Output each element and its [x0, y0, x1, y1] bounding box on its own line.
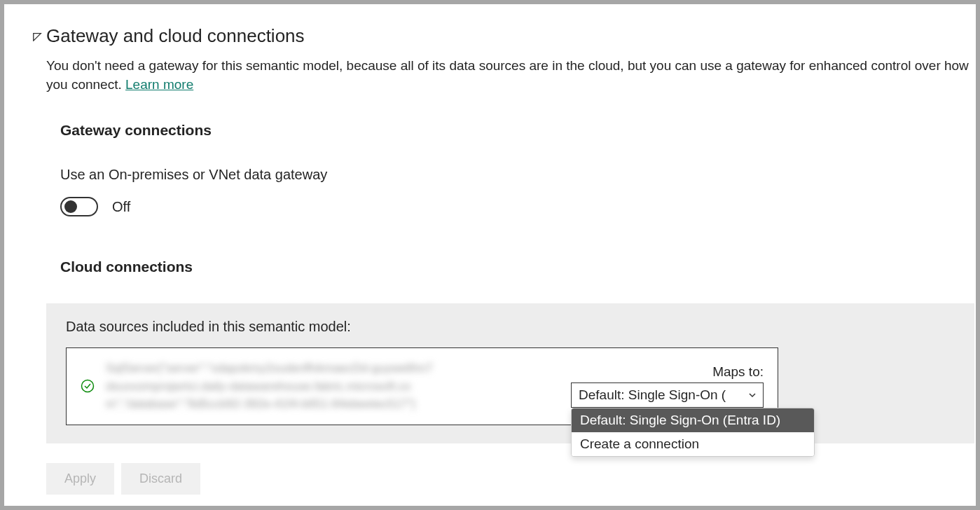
cloud-connections-title: Cloud connections: [60, 259, 974, 275]
apply-button[interactable]: Apply: [46, 463, 114, 495]
toggle-knob: [64, 200, 77, 213]
gateway-toggle-row: Off: [60, 197, 974, 216]
dropdown-selected-value: Default: Single Sign-On (: [579, 387, 726, 402]
cloud-panel-title: Data sources included in this semantic m…: [66, 319, 956, 335]
learn-more-link[interactable]: Learn more: [125, 77, 193, 92]
maps-to-dropdown-menu: Default: Single Sign-On (Entra ID) Creat…: [571, 408, 815, 457]
gateway-subsection: Gateway connections Use an On-premises o…: [60, 122, 974, 275]
check-circle-icon: [81, 379, 95, 393]
section-description: You don't need a gateway for this semant…: [46, 57, 974, 94]
gateway-toggle-state: Off: [112, 199, 130, 215]
collapse-triangle-icon[interactable]: [32, 32, 42, 41]
data-source-row: SqlServer{"server":"xdapokmy2oudenffvkma…: [66, 347, 778, 425]
gateway-connections-title: Gateway connections: [60, 122, 974, 139]
section-header: Gateway and cloud connections: [32, 25, 974, 47]
maps-to-label: Maps to:: [712, 364, 764, 380]
action-button-row: Apply Discard: [46, 463, 974, 495]
maps-to-dropdown-wrapper: Default: Single Sign-On ( Default: Singl…: [571, 382, 764, 408]
chevron-down-icon: [747, 390, 757, 400]
gateway-toggle-label: Use an On-premises or VNet data gateway: [60, 167, 974, 183]
dropdown-option-default-sso[interactable]: Default: Single Sign-On (Entra ID): [572, 408, 814, 432]
section-title: Gateway and cloud connections: [46, 25, 305, 47]
maps-to-dropdown[interactable]: Default: Single Sign-On (: [571, 382, 764, 408]
maps-to-section: Maps to: Default: Single Sign-On ( Defau…: [571, 364, 764, 408]
dropdown-option-create-connection[interactable]: Create a connection: [572, 432, 814, 456]
discard-button[interactable]: Discard: [121, 463, 200, 495]
cloud-connections-panel: Data sources included in this semantic m…: [46, 303, 974, 443]
gateway-toggle-switch[interactable]: [60, 197, 98, 216]
svg-point-0: [82, 380, 94, 392]
data-source-connection-string: SqlServer{"server":"xdapokmy2oudenffvkma…: [106, 359, 560, 413]
